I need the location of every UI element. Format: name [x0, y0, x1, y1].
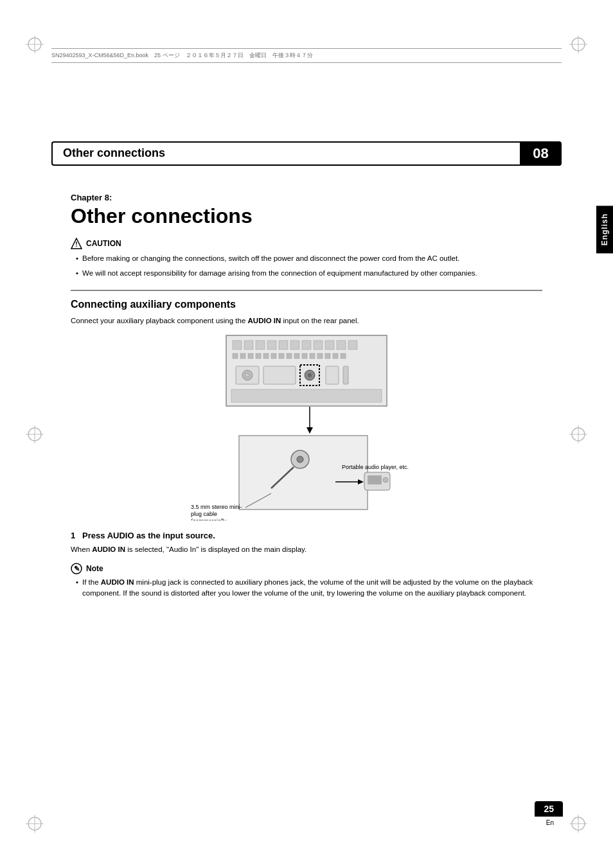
- svg-point-61: [297, 456, 303, 463]
- svg-rect-28: [314, 341, 323, 350]
- chapter-number: 08: [520, 141, 562, 166]
- svg-rect-35: [256, 353, 261, 359]
- svg-rect-29: [325, 341, 334, 350]
- bullet-2: •: [76, 268, 78, 279]
- step1-title: Press AUDIO as the input source.: [82, 531, 215, 540]
- section1-heading: Connecting auxiliary components: [71, 299, 542, 310]
- section-divider: [71, 290, 542, 291]
- note-header: ✎ Note: [71, 563, 542, 574]
- note-text-1: If the AUDIO IN mini-plug jack is connec…: [82, 577, 542, 599]
- reg-mark-bottom-left: [26, 815, 44, 833]
- chapter-main-title: Other connections: [71, 205, 542, 227]
- svg-rect-43: [317, 353, 323, 359]
- svg-rect-21: [233, 341, 242, 350]
- svg-rect-56: [231, 389, 382, 402]
- reg-mark-mid-left: [26, 425, 44, 443]
- svg-marker-58: [306, 427, 313, 434]
- file-info: SN29402593_X-CM56&56D_En.book 25 ページ ２０１…: [51, 48, 562, 63]
- note-icon: ✎: [71, 563, 82, 574]
- svg-text:(commercially: (commercially: [191, 518, 227, 520]
- note-bullet-1: •: [76, 577, 78, 599]
- step1-number: 1: [71, 531, 75, 540]
- svg-rect-31: [348, 341, 357, 350]
- svg-rect-44: [325, 353, 330, 359]
- svg-rect-22: [244, 341, 253, 350]
- reg-mark-top-left: [26, 35, 44, 53]
- svg-rect-55: [343, 366, 348, 384]
- svg-rect-37: [271, 353, 276, 359]
- svg-point-53: [308, 373, 312, 377]
- page-number: 25: [535, 801, 563, 817]
- file-info-text: SN29402593_X-CM56&56D_En.book 25 ページ ２０１…: [51, 51, 313, 60]
- chapter-header-title: Other connections: [51, 141, 520, 166]
- step1-text: When AUDIO IN is selected, "Audio In" is…: [71, 544, 542, 555]
- page-number-en: En: [546, 819, 554, 826]
- caution-text-1: Before making or changing the connection…: [82, 253, 459, 264]
- svg-rect-42: [310, 353, 315, 359]
- reg-mark-mid-right: [569, 425, 587, 443]
- diagram-container: 3.5 mm stereo mini- plug cable (commerci…: [71, 334, 542, 520]
- reg-mark-bottom-right: [569, 815, 587, 833]
- main-content: Chapter 8: Other connections ! CAUTION •…: [71, 193, 542, 603]
- bullet-1: •: [76, 253, 78, 264]
- caution-items: • Before making or changing the connecti…: [71, 253, 542, 279]
- svg-rect-40: [294, 353, 299, 359]
- svg-rect-23: [256, 341, 265, 350]
- svg-rect-30: [337, 341, 346, 350]
- svg-text:plug cable: plug cable: [191, 511, 217, 517]
- caution-icon: !: [71, 238, 82, 249]
- svg-rect-34: [248, 353, 253, 359]
- connection-diagram: 3.5 mm stereo mini- plug cable (commerci…: [188, 334, 425, 520]
- reg-mark-top-right: [569, 35, 587, 53]
- caution-label: CAUTION: [86, 239, 121, 248]
- svg-rect-36: [263, 353, 269, 359]
- svg-rect-50: [263, 366, 296, 384]
- section1-text: Connect your auxiliary playback componen…: [71, 315, 542, 326]
- svg-rect-45: [333, 353, 338, 359]
- svg-rect-66: [368, 475, 382, 484]
- caution-item-2: • We will not accept responsibility for …: [76, 268, 542, 279]
- svg-rect-27: [302, 341, 311, 350]
- note-box: ✎ Note • If the AUDIO IN mini-plug jack …: [71, 563, 542, 599]
- caution-box: ! CAUTION • Before making or changing th…: [71, 238, 542, 279]
- note-label: Note: [86, 564, 103, 573]
- note-item-1: • If the AUDIO IN mini-plug jack is conn…: [76, 577, 542, 599]
- svg-point-67: [383, 477, 388, 483]
- svg-rect-46: [341, 353, 346, 359]
- svg-rect-32: [233, 353, 238, 359]
- caution-text-2: We will not accept responsibility for da…: [82, 268, 477, 279]
- svg-rect-39: [287, 353, 292, 359]
- svg-rect-59: [239, 436, 368, 509]
- svg-rect-25: [279, 341, 288, 350]
- step1-heading: 1 Press AUDIO as the input source.: [71, 531, 542, 540]
- chapter-label: Chapter 8:: [71, 193, 542, 202]
- svg-rect-33: [240, 353, 245, 359]
- note-items: • If the AUDIO IN mini-plug jack is conn…: [71, 577, 542, 599]
- svg-text:3.5 mm stereo mini-: 3.5 mm stereo mini-: [191, 504, 242, 510]
- svg-rect-41: [302, 353, 307, 359]
- caution-item-1: • Before making or changing the connecti…: [76, 253, 542, 264]
- svg-rect-24: [267, 341, 276, 350]
- svg-text:Portable audio player, etc.: Portable audio player, etc.: [342, 464, 409, 470]
- svg-rect-54: [326, 366, 339, 384]
- english-tab: English: [596, 206, 613, 253]
- svg-text:✎: ✎: [74, 565, 80, 572]
- svg-point-49: [245, 373, 249, 377]
- svg-text:!: !: [75, 241, 77, 248]
- chapter-header: Other connections 08: [51, 141, 562, 166]
- svg-rect-38: [279, 353, 284, 359]
- caution-header: ! CAUTION: [71, 238, 542, 249]
- svg-rect-26: [290, 341, 299, 350]
